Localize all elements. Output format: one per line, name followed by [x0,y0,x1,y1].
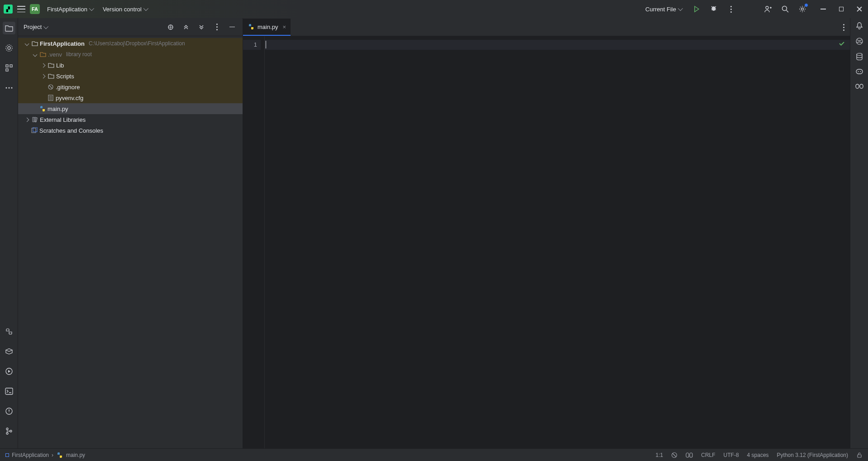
folder-icon [39,51,47,58]
run-target-label: Current File [645,6,676,13]
copilot-button[interactable] [855,82,863,90]
project-badge: FA [30,4,40,14]
svg-point-14 [6,428,8,430]
python-packages-button[interactable] [3,345,15,358]
tree-label: .gitignore [56,84,80,91]
svg-rect-7 [6,69,8,71]
chevron-down-icon [678,6,683,11]
copilot-status-icon[interactable] [686,452,693,458]
expand-toggle-icon[interactable] [32,51,38,58]
tree-node-scripts[interactable]: Scripts [18,71,243,82]
svg-point-9 [8,87,10,89]
app-logo-icon: ▞ [4,5,13,14]
run-target-selector[interactable]: Current File [643,4,684,14]
expand-toggle-icon[interactable] [24,116,30,123]
line-separator[interactable]: CRLF [701,452,715,458]
svg-point-24 [858,71,858,72]
folder-icon [48,62,55,69]
close-tab-button[interactable]: × [283,24,286,30]
right-tool-strip [850,18,868,448]
select-opened-file-button[interactable] [166,22,176,32]
expand-toggle-icon[interactable] [24,40,30,47]
main-menu-button[interactable] [17,6,25,12]
readonly-toggle-icon[interactable] [856,452,863,458]
editor-body[interactable]: 1 [243,36,850,448]
tree-node-mainpy[interactable]: main.py [18,103,243,114]
debug-button[interactable] [709,4,719,14]
structure-tool-button[interactable] [3,62,15,74]
project-name-label: FirstApplication [47,6,87,13]
chevron-down-icon [43,24,48,29]
svg-point-4 [6,45,12,51]
tree-node-scratches[interactable]: Scratches and Consoles [18,125,243,136]
code-with-me-button[interactable] [763,4,773,14]
code-area[interactable] [265,36,850,448]
editor-tab-options[interactable] [838,19,850,36]
collapse-all-button[interactable] [196,22,206,32]
panel-options-button[interactable] [212,22,222,32]
svg-rect-23 [856,69,863,74]
services-tool-button[interactable] [3,365,15,378]
cursor-position[interactable]: 1:1 [656,452,663,458]
settings-button[interactable] [797,4,807,14]
svg-rect-30 [690,453,692,457]
folder-icon [48,72,55,80]
project-view-selector[interactable]: Project [24,24,47,30]
hide-panel-button[interactable] [227,22,237,32]
file-encoding[interactable]: UTF-8 [724,452,739,458]
breadcrumb-project: FirstApplication [12,452,49,458]
python-console-button[interactable] [3,325,15,338]
svg-rect-31 [858,455,861,457]
vcs-menu[interactable]: Version control [100,4,150,14]
tree-node-lib[interactable]: Lib [18,60,243,71]
tree-label: Scratches and Consoles [39,127,103,134]
more-tools-button[interactable] [3,82,15,94]
more-run-actions[interactable] [726,4,736,14]
inspection-ok-icon[interactable] [838,40,845,47]
tree-label: .venv [48,51,62,58]
python-file-icon [39,105,46,112]
expand-toggle-icon[interactable] [40,62,46,68]
tree-node-venv[interactable]: .venv library root [18,49,243,60]
project-tool-button[interactable] [3,22,15,34]
tree-label: main.py [48,106,68,112]
tree-label: External Libraries [40,116,86,123]
tree-label: Lib [56,62,64,69]
terminal-tool-button[interactable] [3,385,15,398]
tree-label: Scripts [56,73,74,80]
chevron-down-icon [143,6,148,11]
tree-node-pyvenvcfg[interactable]: pyvenv.cfg [18,92,243,103]
project-selector[interactable]: FirstApplication [44,4,95,14]
database-tool-button[interactable] [856,53,863,61]
commit-tool-button[interactable] [3,42,15,54]
tree-label: FirstApplication [40,40,85,47]
python-file-icon [56,451,63,459]
indent-setting[interactable]: 4 spaces [747,452,769,458]
minimize-window-button[interactable] [818,4,828,14]
expand-all-button[interactable] [181,22,191,32]
notifications-button[interactable] [856,22,863,30]
close-window-button[interactable] [854,4,864,14]
python-interpreter[interactable]: Python 3.12 (FirstApplication) [777,452,848,458]
editor-area: main.py × 1 [243,18,850,448]
ai-assistant-button[interactable] [855,37,863,45]
problems-tool-button[interactable] [3,405,15,418]
svg-point-8 [5,87,7,89]
ignore-file-icon [47,83,54,91]
svg-point-15 [6,432,8,434]
breadcrumb[interactable]: FirstApplication › main.py [5,451,85,459]
title-bar: ▞ FA FirstApplication Version control Cu… [0,0,868,18]
tree-node-external-libraries[interactable]: External Libraries [18,114,243,125]
svg-point-25 [860,71,861,72]
expand-toggle-icon[interactable] [40,73,46,79]
svg-rect-5 [6,65,8,67]
power-save-icon[interactable] [671,452,677,458]
tree-node-project-root[interactable]: FirstApplication C:\Users\zaboj\Dropbox\… [18,38,243,49]
run-button[interactable] [692,4,701,14]
tree-node-gitignore[interactable]: .gitignore [18,82,243,92]
editor-tab[interactable]: main.py × [243,19,291,36]
vcs-tool-button[interactable] [3,425,15,437]
maximize-window-button[interactable] [836,4,846,14]
search-everywhere-button[interactable] [780,4,790,14]
copilot-chat-button[interactable] [855,68,863,75]
